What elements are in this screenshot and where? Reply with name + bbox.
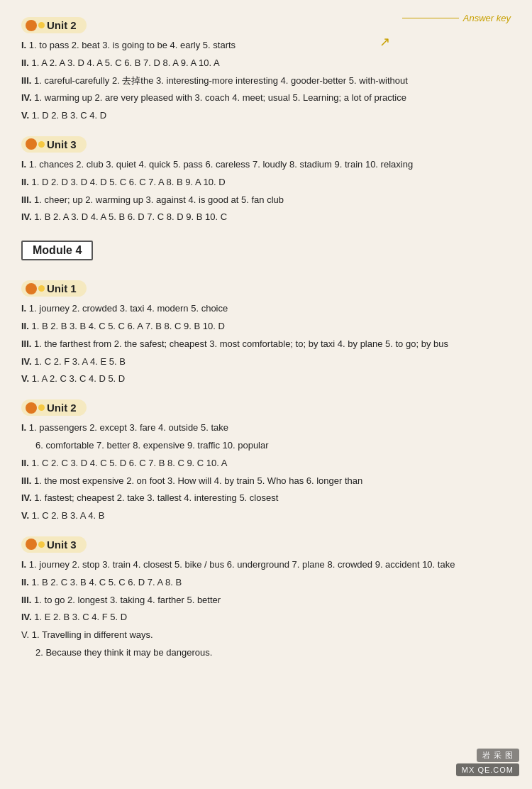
m3u2-content-2: 1. A 2. A 3. D 4. A 5. C 6. B 7. D 8. A … [31,57,219,68]
m4u3-content-3: 1. to go 2. longest 3. taking 4. farther… [34,595,221,605]
m4u1-roman-1: I. [21,303,26,314]
module3-unit3-title: Unit 3 [47,138,77,150]
m4u3-roman-4: IV. [21,612,32,622]
m3u2-line-3: III. 1. careful-carefully 2. 去掉the 3. in… [21,74,511,89]
m4u1-line-4: IV. 1. C 2. F 3. A 4. E 5. B [21,355,511,370]
m3u2-content-4: 1. warming up 2. are very pleased with 3… [34,92,406,103]
m3u2-roman-1: I. [21,40,26,50]
orange-dot-icon-3 [26,283,37,294]
m4u1-line-3: III. 1. the farthest from 2. the safest;… [21,337,511,352]
m4u2-roman-1: I. [21,422,26,433]
m4u3-content-1: 1. journey 2. stop 3. train 4. closest 5… [29,559,455,570]
m3u3-roman-2: II. [21,177,29,187]
m4u2-content-3: 1. the most expensive 2. on foot 3. How … [34,475,362,486]
m3u2-content-3: 1. careful-carefully 2. 去掉the 3. interes… [34,75,408,86]
m3u2-line-4: IV. 1. warming up 2. are very pleased wi… [21,91,511,106]
m3u2-roman-5: V. [21,110,29,121]
orange-dot-icon-2 [26,138,37,150]
m4u1-roman-2: II. [21,321,29,331]
m4u1-roman-5: V. [21,373,29,384]
m4u3-line-6: 2. Because they think it may be dangerou… [21,646,511,661]
answer-key-header: Answer key [402,13,511,23]
m4u2-content-4: 1. fastest; cheapest 2. take 3. tallest … [34,492,278,503]
module4-unit1-title: Unit 1 [47,282,77,294]
m4u2-content-2: 1. C 2. C 3. D 4. C 5. D 6. C 7. B 8. C … [31,458,227,468]
m4u1-content-4: 1. C 2. F 3. A 4. E 5. B [34,356,126,367]
m4u3-line-4: IV. 1. E 2. B 3. C 4. F 5. D [21,610,511,625]
m4u1-content-5: 1. A 2. C 3. C 4. D 5. D [32,373,126,384]
orange-dot-icon-5 [26,539,37,550]
m4u2-line-1b: 6. comfortable 7. better 8. expensive 9.… [21,438,511,453]
m4u3-roman-2: II. [21,577,29,587]
yellow-dot-icon-5 [38,541,45,548]
module4-unit3-header: Unit 3 [21,536,87,553]
orange-dot-icon [26,20,37,31]
m3u2-line-1: I. 1. to pass 2. beat 3. is going to be … [21,38,511,53]
m4u3-line-5: V. 1. Travelling in different ways. [21,628,511,643]
m4u3-line-3: III. 1. to go 2. longest 3. taking 4. fa… [21,593,511,608]
module3-unit2-title: Unit 2 [47,19,77,31]
module4-unit1-section: Unit 1 I. 1. journey 2. crowded 3. taxi … [21,277,511,387]
watermark-top: 岩 采 图 [477,749,519,762]
answer-key-text: Answer key [463,13,511,23]
module4-unit2-header: Unit 2 [21,399,87,416]
m4u1-roman-4: IV. [21,356,32,367]
m4u3-content-4: 1. E 2. B 3. C 4. F 5. D [34,612,127,622]
m4u3-content-6: 2. Because they think it may be dangerou… [35,647,212,658]
m3u3-line-2: II. 1. D 2. D 3. D 4. D 5. C 6. C 7. A 8… [21,175,511,190]
module4-unit1-header: Unit 1 [21,280,87,297]
m4u1-roman-3: III. [21,338,31,349]
m4u2-line-4: IV. 1. fastest; cheapest 2. take 3. tall… [21,491,511,506]
module4-unit3-title: Unit 3 [47,539,77,551]
m4u2-roman-3: III. [21,475,31,486]
m3u3-content-2: 1. D 2. D 3. D 4. D 5. C 6. C 7. A 8. B … [31,177,225,187]
module4-unit2-section: Unit 2 I. 1. passengers 2. except 3. far… [21,397,511,524]
m4u2-content-1b: 6. comfortable 7. better 8. expensive 9.… [35,440,269,451]
m4u2-roman-5: V. [21,510,29,521]
answer-key-line [402,18,459,18]
yellow-dot-icon-4 [38,404,45,411]
m4u2-line-5: V. 1. C 2. B 3. A 4. B [21,509,511,524]
m4u3-roman-3: III. [21,595,31,605]
m3u3-line-3: III. 1. cheer; up 2. warming up 3. again… [21,193,511,208]
yellow-dot-icon [38,22,45,28]
m4u3-line-2: II. 1. B 2. C 3. B 4. C 5. C 6. D 7. A 8… [21,575,511,590]
decorative-arrow-icon: ↗ [379,34,390,50]
m3u2-line-2: II. 1. A 2. A 3. D 4. A 5. C 6. B 7. D 8… [21,56,511,71]
module3-unit3-header: Unit 3 [21,136,87,153]
m4u1-content-1: 1. journey 2. crowded 3. taxi 4. modern … [29,303,228,314]
m3u2-roman-3: III. [21,75,31,86]
module3-unit2-header: Unit 2 [21,17,87,33]
m4u1-line-2: II. 1. B 2. B 3. B 4. C 5. C 6. A 7. B 8… [21,319,511,334]
m4u3-content-5: V. 1. Travelling in different ways. [21,629,153,640]
m3u3-roman-3: III. [21,194,31,205]
m4u1-content-2: 1. B 2. B 3. B 4. C 5. C 6. A 7. B 8. C … [31,321,224,331]
m4u1-line-1: I. 1. journey 2. crowded 3. taxi 4. mode… [21,302,511,316]
module4-unit2-title: Unit 2 [47,402,77,414]
m4u2-content-1: 1. passengers 2. except 3. fare 4. outsi… [29,422,228,433]
m4u2-line-2: II. 1. C 2. C 3. D 4. C 5. D 6. C 7. B 8… [21,456,511,471]
m3u2-roman-4: IV. [21,92,32,103]
watermark-bottom: MX QE.COM [456,763,519,776]
m3u2-roman-2: II. [21,57,29,68]
yellow-dot-icon-2 [38,141,45,148]
m3u2-line-5: V. 1. D 2. B 3. C 4. D [21,109,511,123]
m4u3-line-1: I. 1. journey 2. stop 3. train 4. closes… [21,558,511,573]
m3u3-roman-4: IV. [21,211,32,222]
m4u1-content-3: 1. the farthest from 2. the safest; chea… [34,338,448,349]
m3u3-line-1: I. 1. chances 2. club 3. quiet 4. quick … [21,158,511,172]
m4u2-line-3: III. 1. the most expensive 2. on foot 3.… [21,474,511,489]
yellow-dot-icon-3 [38,285,45,292]
module3-unit3-section: Unit 3 I. 1. chances 2. club 3. quiet 4.… [21,133,511,225]
m3u3-line-4: IV. 1. B 2. A 3. D 4. A 5. B 6. D 7. C 8… [21,210,511,225]
m4u2-content-5: 1. C 2. B 3. A 4. B [32,510,105,521]
m3u3-roman-1: I. [21,159,26,170]
module4-box: Module 4 [21,241,93,260]
m4u2-line-1: I. 1. passengers 2. except 3. fare 4. ou… [21,421,511,436]
m3u3-content-4: 1. B 2. A 3. D 4. A 5. B 6. D 7. C 8. D … [34,211,227,222]
m3u2-content-1: 1. to pass 2. beat 3. is going to be 4. … [29,40,235,50]
module4-header-section: Module 4 [21,235,511,267]
m4u2-roman-2: II. [21,458,29,468]
m3u3-content-1: 1. chances 2. club 3. quiet 4. quick 5. … [29,159,413,170]
orange-dot-icon-4 [26,402,37,414]
